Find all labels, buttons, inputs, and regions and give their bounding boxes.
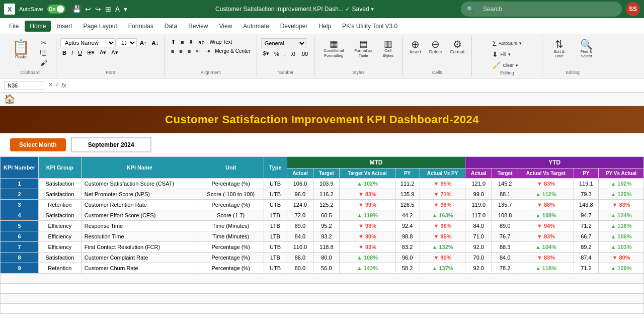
align-center-button[interactable]: ≡ xyxy=(177,48,184,55)
menu-help[interactable]: Help xyxy=(313,21,336,32)
font-color-btn[interactable]: A▾ xyxy=(109,49,120,56)
comma-button[interactable]: , xyxy=(282,50,288,57)
decrease-indent-button[interactable]: ⇤ xyxy=(194,47,202,55)
align-top-button[interactable]: ⬆ xyxy=(169,38,178,46)
row-ytd-avt: ▼ 88% xyxy=(518,200,574,210)
more-icon[interactable]: ▾ xyxy=(123,4,128,14)
confirm-formula-icon[interactable]: ✓ xyxy=(55,81,59,89)
search-container[interactable]: 🔍 xyxy=(461,2,622,17)
save-icon[interactable]: 💾 xyxy=(71,4,82,14)
clear-button[interactable]: 🧹 Clear ▾ xyxy=(489,60,525,70)
cancel-formula-icon[interactable]: ✕ xyxy=(48,81,53,89)
font-size-selector[interactable]: 11 xyxy=(117,38,137,47)
italic-button[interactable]: I xyxy=(69,49,75,56)
row-num: 7 xyxy=(1,242,39,253)
find-select-button[interactable]: 🔍 Find & Select xyxy=(574,38,599,59)
row-type: UTB xyxy=(264,242,287,253)
number-format-selector[interactable]: General xyxy=(261,38,306,48)
row-ytd-py: 143.8 xyxy=(574,200,598,210)
row-ytd-avt: ▼ 93% xyxy=(518,231,574,242)
menu-page-layout[interactable]: Page Layout xyxy=(78,21,122,32)
cell-reference-input[interactable] xyxy=(4,81,44,90)
autosum-button[interactable]: Σ AutoSum ▾ xyxy=(489,38,525,48)
search-input[interactable] xyxy=(477,4,616,15)
align-right-button[interactable]: ≡ xyxy=(186,48,193,55)
menu-home[interactable]: Home xyxy=(25,21,51,32)
increase-decimal-button[interactable]: .0 xyxy=(289,50,297,57)
row-name: Customer Churn Rate xyxy=(81,263,198,274)
align-middle-button[interactable]: ≡ xyxy=(179,39,186,46)
percent-button[interactable]: % xyxy=(272,50,281,57)
row-name: Customer Complaint Rate xyxy=(81,253,198,263)
ribbon-cells: ⊕ Insert ⊖ Delete ⚙ Format Cells xyxy=(403,36,472,76)
delete-button[interactable]: ⊖ Delete xyxy=(426,38,445,55)
row-group: Retention xyxy=(38,263,81,274)
increase-font-button[interactable]: A↑ xyxy=(138,39,148,46)
currency-button[interactable]: $▾ xyxy=(261,50,271,57)
menu-data[interactable]: Data xyxy=(159,21,182,32)
format-painter-button[interactable]: 🖌 xyxy=(36,58,52,67)
format-button[interactable]: ⚙ Format xyxy=(447,38,468,55)
select-month-button[interactable]: Select Month xyxy=(10,138,66,151)
cell-styles-button[interactable]: ▥ Cell Styles xyxy=(378,38,398,59)
row-name: Customer Satisfaction Score (CSAT) xyxy=(81,179,198,189)
underline-button[interactable]: U xyxy=(76,49,84,56)
undo-icon[interactable]: ↩ xyxy=(84,4,92,14)
insert-function-icon[interactable]: fx xyxy=(61,81,66,89)
row-mtd-py: 126.5 xyxy=(395,200,420,210)
insert-button[interactable]: ⊕ Insert xyxy=(407,38,424,55)
border-button[interactable]: ⊞▾ xyxy=(85,49,97,56)
grid-icon[interactable]: ⊞ xyxy=(104,4,112,14)
row-ytd-pyva: ▲ 102% xyxy=(598,179,643,189)
ribbon: 📋 Paste ✂ ⿻ 🖌 Clipboard Aptos Narrow 11 … xyxy=(0,34,644,78)
row-mtd-tva: ▼ 99% xyxy=(340,200,395,210)
menu-review[interactable]: Review xyxy=(183,21,213,32)
row-type: LTB xyxy=(264,253,287,263)
row-ytd-py: 89.2 xyxy=(574,242,598,253)
row-ytd-avt: ▲ 118% xyxy=(518,263,574,274)
menu-developer[interactable]: Developer xyxy=(275,21,313,32)
row-ytd-actual: 71.0 xyxy=(465,231,492,242)
row-ytd-pyva: ▲ 125% xyxy=(598,189,643,200)
menu-file[interactable]: File xyxy=(4,21,24,32)
copy-button[interactable]: ⿻ xyxy=(36,48,52,57)
menu-automate[interactable]: Automate xyxy=(238,21,274,32)
mtd-actual-header: Actual xyxy=(287,169,313,179)
ribbon-styles: ▦ Conditional Formatting ▤ Format as Tab… xyxy=(314,36,403,76)
cut-button[interactable]: ✂ xyxy=(36,38,52,47)
kpi-group-header: KPI Group xyxy=(38,157,81,179)
font-name-selector[interactable]: Aptos Narrow xyxy=(60,38,116,47)
fill-color-icon[interactable]: A xyxy=(114,4,121,14)
table-row: 6 Efficiency Resolution Time Time (Minut… xyxy=(1,231,644,242)
conditional-formatting-button[interactable]: ▦ Conditional Formatting xyxy=(318,38,349,59)
increase-indent-button[interactable]: ⇥ xyxy=(203,47,212,55)
formula-input[interactable] xyxy=(70,81,640,90)
row-mtd-tva: ▲ 108% xyxy=(340,253,395,263)
row-unit: Percentage (%) xyxy=(198,242,264,253)
bold-button[interactable]: B xyxy=(60,49,68,56)
orientation-button[interactable]: ab xyxy=(196,39,206,46)
row-mtd-tva: ▼ 83% xyxy=(340,189,395,200)
menu-insert[interactable]: Insert xyxy=(52,21,77,32)
home-icon[interactable]: 🏠 xyxy=(4,94,15,105)
format-as-table-button[interactable]: ▤ Format as Table xyxy=(351,38,376,59)
autosave-toggle[interactable]: On xyxy=(47,5,65,14)
redo-icon[interactable]: ↪ xyxy=(94,4,102,14)
row-num: 3 xyxy=(1,200,39,210)
menu-pk-tool[interactable]: PK's Utility Tool V3.0 xyxy=(337,21,403,32)
merge-center-button[interactable]: Merge & Center xyxy=(213,48,253,54)
fill-color-btn[interactable]: A▾ xyxy=(98,49,108,56)
row-num: 4 xyxy=(1,210,39,221)
menu-formulas[interactable]: Formulas xyxy=(123,21,158,32)
row-group: Satisfaction xyxy=(38,210,81,221)
align-bottom-button[interactable]: ⬇ xyxy=(187,38,195,46)
decrease-font-button[interactable]: A↓ xyxy=(149,39,160,46)
row-mtd-py: 58.2 xyxy=(395,263,420,274)
decrease-decimal-button[interactable]: .00 xyxy=(298,50,310,57)
fill-button[interactable]: ⬇ Fill ▾ xyxy=(489,49,525,59)
paste-button[interactable]: 📋 Paste xyxy=(8,38,34,61)
sort-filter-button[interactable]: ⇅ Sort & Filter xyxy=(546,38,572,59)
menu-view[interactable]: View xyxy=(214,21,237,32)
align-left-button[interactable]: ≡ xyxy=(169,48,176,55)
wrap-text-button[interactable]: Wrap Text xyxy=(208,39,234,45)
